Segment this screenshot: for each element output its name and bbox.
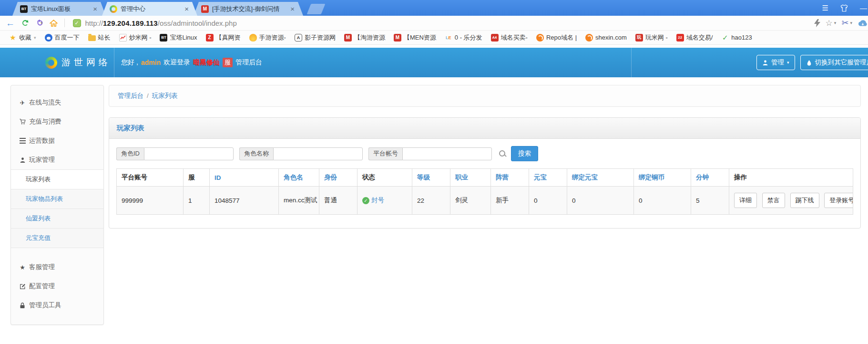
bookmark-zhenwangzi[interactable]: Z 【真网资 [202, 33, 245, 42]
bookmark-men[interactable]: M 【MEN资源 [389, 33, 440, 42]
sidebar-subitem-guild-list[interactable]: 仙盟列表 [11, 208, 103, 228]
cell-bind-yuanbao: 0 [567, 187, 634, 215]
baidu-paw-icon [45, 34, 52, 42]
player-list-panel: 玩家列表 角色ID 角色名称 平台帐号 搜 [109, 117, 861, 229]
main-area: 管理后台/玩家列表 玩家列表 角色ID 角色名称 平台帐号 [109, 77, 861, 229]
sidebar-subitem-yuanbao-recharge[interactable]: 元宝充值 [11, 228, 103, 248]
sidebar-item-config-management[interactable]: 配置管理 [11, 277, 103, 296]
col-bind-copper[interactable]: 绑定铜币 [634, 169, 691, 187]
tab-admin-center[interactable]: 管理中心 × [102, 2, 197, 16]
bookmark-taoyou[interactable]: M 【淘游资源 [340, 33, 389, 42]
ban-link[interactable]: 封号 [371, 196, 384, 205]
browser-menu-icon[interactable]: ☰ [822, 4, 828, 12]
player-table: 平台账号 服 ID 角色名 身份 状态 等级 职业 阵营 元宝 绑定元宝 [116, 168, 853, 215]
breadcrumb-separator: / [143, 92, 152, 99]
admin-menu-button[interactable]: 管理 ▾ [756, 55, 795, 70]
close-tab-icon[interactable]: × [289, 5, 296, 13]
refresh-icon[interactable] [21, 19, 30, 27]
sidebar-subitem-player-items[interactable]: 玩家物品列表 [11, 189, 103, 208]
minimize-window-icon[interactable]: — [860, 4, 867, 12]
table-row: 999999 1 1048577 men.cc测试 普通 ✓ 封号 [117, 187, 853, 215]
sidebar-item-recharge-consume[interactable]: 充值与消费 [11, 112, 103, 131]
breadcrumb-root-link[interactable]: 管理后台 [118, 92, 143, 99]
screenshot-scissors-icon[interactable]: ✂ [841, 18, 848, 28]
col-camp[interactable]: 阵营 [491, 169, 529, 187]
bookmark-wanmi[interactable]: 玩 玩米网 - [631, 33, 672, 42]
mute-button[interactable]: 禁言 [762, 193, 785, 208]
col-role-name[interactable]: 角色名 [279, 169, 319, 187]
col-identity[interactable]: 身份 [319, 169, 357, 187]
page-url[interactable]: http://129.204.189.113/oss/admintool/ind… [85, 19, 237, 27]
search-button[interactable]: 搜索 [511, 146, 538, 161]
bookmark-repo[interactable]: Repo域名 | [532, 33, 581, 42]
login-account-button[interactable]: 登录账号 [824, 193, 853, 208]
bookmark-favorites[interactable]: ★ 收藏 ▾ [5, 33, 41, 42]
role-id-input[interactable] [144, 147, 234, 160]
tab-game-forum[interactable]: M [手游技术交流]-御剑问情 × [194, 2, 303, 16]
sidebar-item-online-loss[interactable]: ✈ 在线与流失 [11, 93, 103, 112]
greeting-mid: 欢迎登录 [163, 58, 190, 67]
cloud-sync-icon[interactable] [858, 19, 868, 27]
sidebar-item-customer-service[interactable]: ★ 客服管理 [11, 258, 103, 277]
bookmark-zhanzhang[interactable]: 站长 [84, 33, 115, 42]
col-status: 状态 [357, 169, 412, 187]
sidebar-item-operation-data[interactable]: 运营数据 [11, 131, 103, 150]
skin-theme-icon[interactable] [840, 4, 848, 12]
wan-logo-icon: 玩 [635, 34, 643, 42]
bookmark-shexin[interactable]: shexin.com [581, 34, 631, 42]
site-safety-shield-icon[interactable]: ✓ [73, 19, 81, 27]
sidebar-item-admin-tools[interactable]: 管理员工具 [11, 296, 103, 315]
search-icon[interactable] [499, 150, 506, 157]
bookmark-chaomi[interactable]: 炒米网 - [115, 33, 156, 42]
bookmark-star-icon[interactable]: ☆ [826, 18, 833, 28]
bookmark-label: 【真网资 [216, 33, 241, 42]
close-tab-icon[interactable]: × [184, 5, 190, 13]
switch-server-button[interactable]: 切换到其它服管理后台 [800, 55, 868, 70]
col-yuanbao[interactable]: 元宝 [529, 169, 567, 187]
new-tab-button[interactable] [307, 4, 326, 14]
baota-bt-icon: BT [160, 34, 167, 42]
bookmarks-bar: ★ 收藏 ▾ 百度一下 站长 炒米网 - BT 宝塔Linux Z 【真网资 手… [0, 31, 868, 45]
bookmark-dropdown-icon[interactable]: ▾ [834, 21, 837, 25]
undo-control[interactable]: ▾ [36, 19, 43, 27]
screenshot-dropdown-icon[interactable]: ▾ [850, 21, 852, 25]
undo-dropdown-icon[interactable]: ▾ [41, 21, 43, 25]
bookmark-label: 百度一下 [55, 33, 80, 42]
browser-tab-bar: BT 宝塔Linux面板 × 管理中心 × M [手游技术交流]-御剑问情 × … [0, 0, 868, 16]
col-id[interactable]: ID [210, 169, 279, 187]
sidebar-item-player-management[interactable]: 玩家管理 [11, 150, 103, 169]
favorites-dropdown-icon[interactable]: ▾ [34, 35, 36, 40]
col-job[interactable]: 职业 [450, 169, 491, 187]
bookmark-yuming-maimai[interactable]: AA 域名买卖- [487, 33, 532, 42]
role-name-group: 角色名称 [239, 147, 363, 160]
detail-button[interactable]: 详细 [734, 193, 757, 208]
kick-offline-button[interactable]: 踢下线 [790, 193, 819, 208]
bookmark-shouyou[interactable]: 手游资源- [245, 33, 290, 42]
bookmark-yuming-jiaoyi[interactable]: 22 域名交易/ [672, 33, 717, 42]
flash-speed-icon[interactable] [814, 19, 820, 27]
back-icon[interactable]: ← [6, 19, 15, 28]
bookmark-hao123[interactable]: ✓ hao123 [717, 34, 756, 42]
undo-icon[interactable] [36, 19, 44, 27]
address-bar[interactable]: ✓ http://129.204.189.113/oss/admintool/i… [71, 19, 808, 27]
bookmark-baidu[interactable]: 百度一下 [41, 33, 84, 42]
breadcrumb: 管理后台/玩家列表 [109, 85, 861, 107]
tab-title: 宝塔Linux面板 [31, 5, 89, 13]
home-icon[interactable] [49, 19, 58, 28]
close-tab-icon[interactable]: × [92, 5, 98, 13]
bookmark-yingzi[interactable]: A 影子资源网 [290, 33, 340, 42]
col-level[interactable]: 等级 [412, 169, 450, 187]
col-bind-yuanbao[interactable]: 绑定元宝 [567, 169, 634, 187]
bookmark-baota[interactable]: BT 宝塔Linux [155, 33, 201, 42]
sidebar-item-label: 客服管理 [29, 263, 55, 271]
bookmark-label: 手游资源- [259, 33, 286, 42]
col-minutes[interactable]: 分钟 [691, 169, 729, 187]
cell-job: 剑灵 [450, 187, 491, 215]
role-name-input[interactable] [273, 147, 363, 160]
sidebar-subitem-player-list[interactable]: 玩家列表 [11, 169, 103, 189]
tab-baota-panel[interactable]: BT 宝塔Linux面板 × [12, 2, 106, 16]
platform-account-input[interactable] [402, 147, 492, 160]
breadcrumb-current-link[interactable]: 玩家列表 [152, 92, 178, 99]
cell-server: 1 [184, 187, 210, 215]
bookmark-lefenfa[interactable]: LE 0 - 乐分发 [440, 33, 487, 42]
